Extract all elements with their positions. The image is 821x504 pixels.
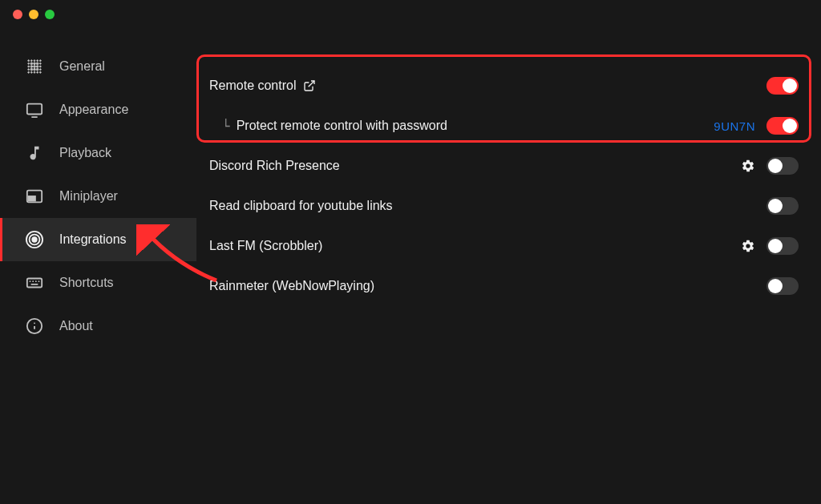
svg-point-8 [36,62,38,65]
svg-point-22 [34,71,35,73]
svg-point-7 [34,62,36,65]
toggle-rainmeter[interactable] [766,277,799,295]
sidebar-item-playback[interactable]: Playback [0,131,196,175]
setting-rainmeter: Rainmeter (WebNowPlaying) [203,266,805,306]
svg-point-4 [39,60,41,62]
window-maximize-button[interactable] [45,10,55,19]
toggle-remote-password[interactable] [766,117,799,135]
svg-point-19 [39,69,41,71]
svg-line-41 [308,81,313,87]
gear-icon[interactable] [741,159,755,173]
svg-point-24 [39,71,41,73]
sidebar-item-label: Shortcuts [59,276,114,290]
sidebar-item-label: Miniplayer [59,189,118,204]
svg-point-17 [34,68,36,71]
toggle-clipboard[interactable] [766,197,799,215]
svg-rect-28 [29,196,35,201]
sidebar-item-shortcuts[interactable]: Shortcuts [0,261,196,304]
setting-label: Rainmeter (WebNowPlaying) [209,279,374,293]
sidebar-item-general[interactable]: General [0,45,196,88]
sidebar-item-label: Integrations [59,232,127,247]
password-code[interactable]: 9UN7N [714,119,755,133]
keyboard-icon [26,274,43,292]
music-note-icon [26,144,43,162]
svg-point-9 [39,62,41,64]
svg-point-12 [34,66,36,68]
toggle-discord[interactable] [766,157,799,175]
sidebar-item-miniplayer[interactable]: Miniplayer [0,175,196,218]
sidebar-item-label: About [59,319,93,333]
setting-label: Remote control [209,79,297,93]
settings-content: Remote control └ Protect remote control … [196,29,821,504]
svg-point-21 [30,71,32,73]
svg-point-0 [28,60,30,62]
tree-branch-icon: └ [222,119,230,134]
svg-point-29 [32,237,37,242]
svg-rect-25 [27,104,42,115]
grid-icon [26,58,43,75]
sidebar-item-integrations[interactable]: Integrations [0,218,196,261]
setting-clipboard: Read clipboard for youtube links [203,186,805,226]
svg-point-10 [28,66,30,67]
toggle-remote-control[interactable] [766,77,799,95]
window-close-button[interactable] [13,10,22,19]
info-icon [26,317,43,335]
window-minimize-button[interactable] [29,10,38,19]
setting-remote-control: Remote control [203,66,805,106]
svg-rect-32 [27,279,42,288]
svg-point-16 [30,68,33,71]
setting-label: Discord Rich Presence [209,159,340,173]
setting-discord: Discord Rich Presence [203,146,805,186]
setting-label: Protect remote control with password [237,119,447,133]
external-link-icon[interactable] [303,79,316,92]
setting-label: Read clipboard for youtube links [209,199,393,213]
toggle-lastfm[interactable] [766,237,799,255]
svg-point-13 [36,66,38,68]
sidebar-item-appearance[interactable]: Appearance [0,88,196,131]
titlebar [0,0,821,29]
svg-point-15 [28,69,30,71]
svg-point-11 [30,66,33,68]
svg-point-18 [36,68,38,71]
gear-icon[interactable] [741,239,755,253]
svg-point-5 [28,62,30,64]
svg-point-6 [30,62,33,65]
monitor-icon [26,101,43,119]
svg-point-14 [39,66,41,67]
pip-icon [26,187,43,205]
svg-point-3 [37,60,38,62]
setting-lastfm: Last FM (Scrobbler) [203,226,805,266]
setting-label: Last FM (Scrobbler) [209,239,322,253]
svg-point-1 [30,60,32,62]
svg-point-23 [37,71,38,73]
sidebar-item-about[interactable]: About [0,304,196,348]
setting-remote-password: └ Protect remote control with password 9… [203,106,805,146]
sidebar-item-label: Appearance [59,103,128,117]
svg-point-2 [34,60,35,62]
sidebar-item-label: Playback [59,146,111,160]
sidebar-item-label: General [59,59,105,74]
sidebar: General Appearance Playback Miniplayer I [0,29,196,504]
svg-point-20 [28,71,30,73]
broadcast-icon [26,231,43,248]
